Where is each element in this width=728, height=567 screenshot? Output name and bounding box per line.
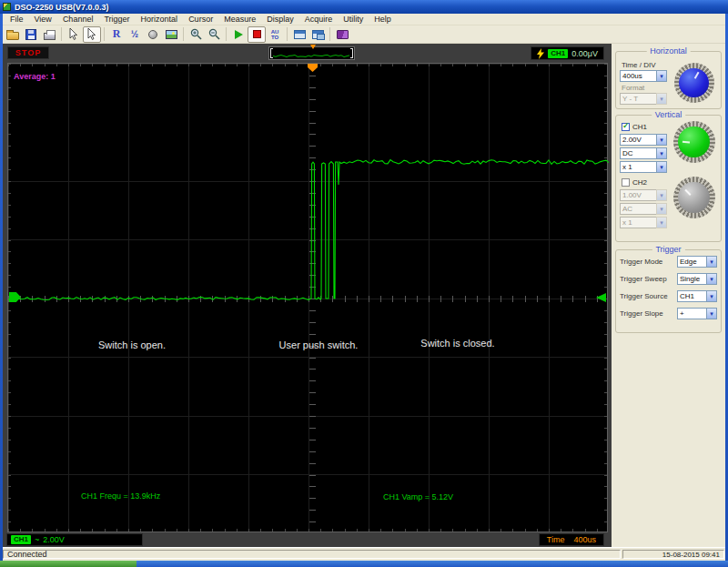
vertical-group: Vertical CH1 2.00V ▾ DC ▾ [615, 115, 722, 242]
ch1-coupling-select[interactable]: DC ▾ [620, 147, 667, 159]
trigger-sweep-select[interactable]: Single ▾ [677, 273, 717, 285]
toolbar-separator [104, 27, 105, 41]
ch2-probe-value: x 1 [620, 217, 656, 228]
ch1-probe-select[interactable]: x 1 ▾ [620, 161, 667, 173]
window-cascade-button[interactable] [308, 26, 327, 43]
ch2-checkbox[interactable] [622, 178, 630, 187]
ch2-volts-select: 1.00V ▾ [620, 189, 667, 201]
chevron-down-icon[interactable]: ▾ [706, 290, 717, 302]
trigger-level-readout: CH1 0.00μV [531, 46, 604, 60]
save-button[interactable] [22, 26, 40, 43]
pointer-arrow-icon [87, 28, 96, 40]
annotation-switch-open: Switch is open. [98, 339, 166, 350]
taskbar-strip [136, 561, 728, 567]
waveform-preview[interactable] [268, 46, 355, 60]
ch2-probe-select: x 1 ▾ [620, 217, 667, 228]
zoom-in-button[interactable] [187, 26, 205, 43]
window-layout-button[interactable] [290, 26, 308, 43]
trigger-group: Trigger Trigger Mode Edge ▾ Trigger Swee… [615, 249, 722, 333]
format-value: Y - T [620, 93, 656, 105]
stop-square-icon [253, 30, 261, 38]
open-button[interactable] [4, 26, 22, 43]
ch1-badge: CH1 [548, 49, 568, 58]
ch1-checkbox[interactable] [622, 123, 630, 131]
knob-face [679, 68, 709, 98]
zoom-out-icon [208, 28, 220, 40]
menu-item-measure[interactable]: Measure [218, 15, 261, 24]
menu-item-view[interactable]: View [29, 15, 57, 24]
menu-item-cursor[interactable]: Cursor [183, 15, 218, 24]
refresh-button[interactable]: R [107, 26, 126, 43]
horizontal-group: Horizontal Time / DIV 400us ▾ Format Y -… [615, 51, 722, 109]
time-div-select[interactable]: 400us ▾ [620, 70, 667, 82]
menu-item-file[interactable]: File [5, 15, 29, 24]
snapshot-button[interactable] [162, 26, 180, 43]
start-button[interactable] [229, 26, 248, 43]
ch1-frequency-measurement: CH1 Frequ = 13.9kHz [81, 491, 160, 501]
pointer-arrow-icon [69, 28, 78, 40]
menu-item-help[interactable]: Help [369, 15, 397, 24]
chevron-down-icon[interactable]: ▾ [656, 147, 667, 159]
window-titlebar[interactable]: DSO-2250 USB(V7.0.0.3) [0, 0, 728, 14]
chevron-down-icon[interactable]: ▾ [706, 273, 717, 285]
self-calibration-button[interactable] [144, 26, 162, 43]
trigger-50-percent-button[interactable]: ½ [126, 26, 144, 43]
timebase-readout: Time 400us [539, 533, 604, 546]
trigger-slope-select[interactable]: + ▾ [677, 308, 717, 319]
trigger-mode-select[interactable]: Edge ▾ [677, 256, 717, 268]
autoset-button[interactable]: AUTO [266, 26, 284, 43]
chevron-down-icon[interactable]: ▾ [656, 161, 667, 173]
horizontal-position-knob[interactable] [674, 63, 714, 103]
ch2-position-knob[interactable] [673, 177, 715, 218]
chevron-down-icon: ▾ [656, 189, 667, 201]
chevron-down-icon[interactable]: ▾ [656, 134, 667, 146]
ch1-vamp-measurement: CH1 Vamp = 5.12V [383, 492, 453, 501]
menu-item-trigger[interactable]: Trigger [98, 15, 135, 24]
trigger-sweep-value: Single [677, 273, 706, 285]
ch1-waveform [8, 64, 609, 533]
toolbar: R ½ AUTO [0, 25, 728, 44]
ch1-position-knob[interactable] [673, 121, 715, 163]
time-value: 400us [573, 535, 596, 544]
menu-item-channel[interactable]: Channel [57, 15, 99, 24]
menu-item-display[interactable]: Display [261, 15, 299, 24]
ch2-volts-value: 1.00V [620, 189, 656, 201]
ch1-coupling-value: DC [620, 147, 656, 159]
auto-text-icon: AUTO [269, 29, 280, 40]
toolbar-separator [183, 27, 184, 41]
average-readout: Average: 1 [14, 72, 56, 81]
toolbar-separator [61, 27, 62, 41]
trigger-level-value: 0.00μV [571, 49, 598, 58]
ch1-volts-select[interactable]: 2.00V ▾ [620, 134, 667, 146]
menu-item-acquire[interactable]: Acquire [299, 15, 339, 24]
save-floppy-icon [25, 29, 36, 40]
acquisition-strip: STOP CH1 0.00μV [3, 44, 612, 63]
stop-button[interactable] [248, 26, 266, 43]
chevron-down-icon: ▾ [656, 203, 667, 215]
letter-r-icon: R [113, 27, 121, 41]
chevron-down-icon[interactable]: ▾ [706, 256, 717, 268]
start-button-sliver[interactable] [0, 561, 136, 567]
cursor-track-button[interactable] [83, 26, 101, 43]
menu-item-utility[interactable]: Utility [338, 15, 369, 24]
menu-item-horizontal[interactable]: Horizontal [136, 15, 184, 24]
time-div-value: 400us [620, 70, 656, 82]
chevron-down-icon[interactable]: ▾ [706, 308, 717, 319]
taskbar-sliver [0, 561, 728, 567]
picture-icon [166, 30, 177, 39]
print-button[interactable] [40, 26, 58, 43]
lightning-icon [537, 48, 544, 59]
ch2-checkbox-label: CH2 [632, 178, 647, 187]
trigger-source-value: CH1 [677, 290, 706, 302]
zoom-out-button[interactable] [205, 26, 223, 43]
scope-display[interactable]: Average: 1 Switch is open. User push swi… [7, 63, 608, 532]
help-button[interactable] [333, 26, 351, 43]
cascade-window-icon [312, 30, 324, 39]
cursor-select-button[interactable] [65, 26, 83, 43]
zoom-in-icon [190, 28, 202, 40]
chevron-down-icon[interactable]: ▾ [656, 70, 667, 82]
ch1-badge: CH1 [11, 535, 31, 544]
trigger-slope-value: + [677, 308, 706, 319]
trigger-source-label: Trigger Source [620, 292, 668, 300]
trigger-source-select[interactable]: CH1 ▾ [677, 290, 717, 302]
